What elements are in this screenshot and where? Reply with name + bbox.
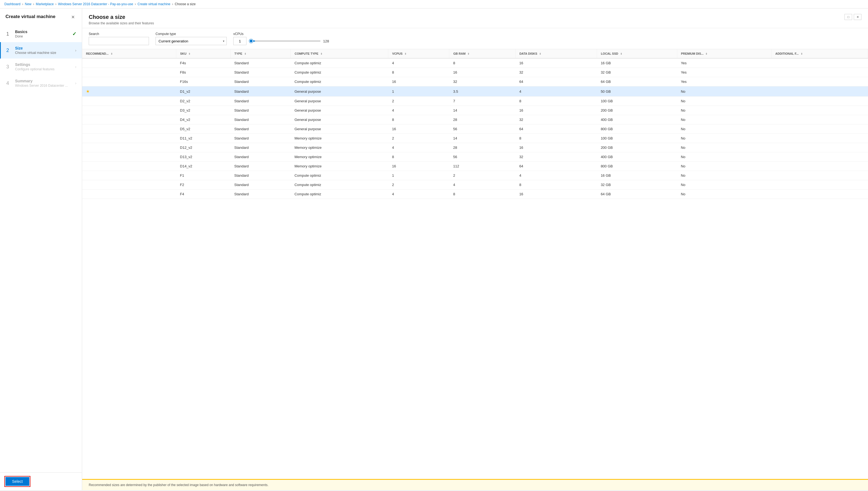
close-button[interactable]: ✕ bbox=[854, 14, 862, 20]
table-row[interactable]: D13_v2StandardMemory optimize85632400 GB… bbox=[82, 152, 868, 162]
close-panel-button[interactable]: ✕ bbox=[70, 14, 76, 20]
cell-premium-disk: Yes bbox=[677, 68, 771, 77]
breadcrumb-product[interactable]: Windows Server 2016 Datacenter - Pay-as-… bbox=[58, 2, 133, 6]
cell-premium-disk: No bbox=[677, 152, 771, 162]
cell-local-ssd: 100 GB bbox=[597, 96, 677, 106]
table-row[interactable]: D5_v2StandardGeneral purpose165664800 GB… bbox=[82, 124, 868, 134]
cell-recommended bbox=[82, 162, 176, 171]
cell-vcpus: 16 bbox=[388, 124, 449, 134]
cell-type: Standard bbox=[230, 190, 291, 199]
cell-premium-disk: No bbox=[677, 162, 771, 171]
cell-premium-disk: Yes bbox=[677, 58, 771, 68]
step-2-content: Size Choose virtual machine size bbox=[15, 46, 71, 55]
vcpu-max-label: 128 bbox=[323, 39, 329, 43]
breadcrumb-dashboard[interactable]: Dashboard bbox=[4, 2, 21, 6]
step-1-desc: Done bbox=[15, 34, 69, 38]
step-4-chevron: › bbox=[75, 81, 76, 85]
col-local-ssd[interactable]: LOCAL SSD ⇕ bbox=[597, 49, 677, 58]
cell-recommended bbox=[82, 58, 176, 68]
vcpu-min-input[interactable]: 1 bbox=[233, 37, 246, 45]
footer-note-text: Recommended sizes are determined by the … bbox=[89, 483, 268, 487]
table-row[interactable]: F16sStandardCompute optimiz16326464 GBYe… bbox=[82, 77, 868, 86]
cell-type: Standard bbox=[230, 162, 291, 171]
table-row[interactable]: D2_v2StandardGeneral purpose278100 GBNo bbox=[82, 96, 868, 106]
cell-compute-type: Memory optimize bbox=[291, 162, 388, 171]
cell-gb-ram: 56 bbox=[449, 152, 515, 162]
search-input[interactable] bbox=[89, 37, 149, 45]
table-header-row: RECOMMEND... ⇕ SKU ⇕ TYPE ⇕ COMPUTE TYPE… bbox=[82, 49, 868, 58]
steps-list: 1 Basics Done ✓ 2 Size Choose virtual ma… bbox=[0, 23, 82, 472]
vcpu-slider[interactable] bbox=[249, 40, 320, 41]
compute-type-select[interactable]: All Current generation Previous generati… bbox=[156, 37, 227, 45]
table-container[interactable]: RECOMMEND... ⇕ SKU ⇕ TYPE ⇕ COMPUTE TYPE… bbox=[82, 49, 868, 479]
cell-data-disks: 16 bbox=[515, 106, 597, 115]
breadcrumb-marketplace[interactable]: Marketplace bbox=[36, 2, 54, 6]
step-2[interactable]: 2 Size Choose virtual machine size › bbox=[0, 42, 82, 59]
table-row[interactable]: F8sStandardCompute optimiz8163232 GBYes bbox=[82, 68, 868, 77]
step-3[interactable]: 3 Settings Configure optional features › bbox=[0, 59, 82, 75]
cell-vcpus: 4 bbox=[388, 143, 449, 152]
col-sku[interactable]: SKU ⇕ bbox=[176, 49, 230, 58]
compute-type-select-wrapper: All Current generation Previous generati… bbox=[156, 37, 227, 45]
table-row[interactable]: F1StandardCompute optimiz12416 GBNo bbox=[82, 171, 868, 180]
cell-vcpus: 8 bbox=[388, 152, 449, 162]
cell-local-ssd: 400 GB bbox=[597, 152, 677, 162]
cell-gb-ram: 2 bbox=[449, 171, 515, 180]
right-panel-subtitle: Browse the available sizes and their fea… bbox=[89, 21, 154, 25]
col-type[interactable]: TYPE ⇕ bbox=[230, 49, 291, 58]
cell-premium-disk: No bbox=[677, 180, 771, 190]
step-1[interactable]: 1 Basics Done ✓ bbox=[0, 26, 82, 42]
cell-sku: F2 bbox=[176, 180, 230, 190]
col-additional[interactable]: ADDITIONAL F... ⇕ bbox=[771, 49, 868, 58]
cell-additional bbox=[771, 124, 868, 134]
select-button[interactable]: Select bbox=[5, 477, 29, 486]
cell-premium-disk: No bbox=[677, 134, 771, 143]
table-row[interactable]: F4sStandardCompute optimiz481616 GBYes bbox=[82, 58, 868, 68]
minimize-button[interactable]: □ bbox=[844, 14, 852, 20]
cell-local-ssd: 200 GB bbox=[597, 106, 677, 115]
col-data-disks[interactable]: DATA DISKS ⇕ bbox=[515, 49, 597, 58]
breadcrumb-sep-1: › bbox=[22, 2, 23, 6]
cell-additional bbox=[771, 143, 868, 152]
cell-local-ssd: 200 GB bbox=[597, 143, 677, 152]
step-4[interactable]: 4 Summary Windows Server 2016 Datacenter… bbox=[0, 75, 82, 91]
table-row[interactable]: F2StandardCompute optimiz24832 GBNo bbox=[82, 180, 868, 190]
col-premium-disk[interactable]: PREMIUM DIS... ⇕ bbox=[677, 49, 771, 58]
window-controls: □ ✕ bbox=[844, 14, 862, 20]
col-gb-ram[interactable]: GB RAM ⇕ bbox=[449, 49, 515, 58]
cell-premium-disk: Yes bbox=[677, 77, 771, 86]
table-row[interactable]: D11_v2StandardMemory optimize2148100 GBN… bbox=[82, 134, 868, 143]
cell-data-disks: 16 bbox=[515, 143, 597, 152]
breadcrumb-new[interactable]: New bbox=[25, 2, 31, 6]
table-row[interactable]: D3_v2StandardGeneral purpose41416200 GBN… bbox=[82, 106, 868, 115]
table-row[interactable]: D14_v2StandardMemory optimize1611264800 … bbox=[82, 162, 868, 171]
step-4-name: Summary bbox=[15, 79, 71, 83]
table-row[interactable]: D12_v2StandardMemory optimize42816200 GB… bbox=[82, 143, 868, 152]
cell-local-ssd: 800 GB bbox=[597, 124, 677, 134]
cell-recommended bbox=[82, 143, 176, 152]
cell-recommended bbox=[82, 106, 176, 115]
breadcrumb-create-vm[interactable]: Create virtual machine bbox=[137, 2, 170, 6]
breadcrumb-current: Choose a size bbox=[175, 2, 195, 6]
cell-data-disks: 64 bbox=[515, 77, 597, 86]
step-1-number: 1 bbox=[6, 31, 11, 37]
cell-additional bbox=[771, 68, 868, 77]
cell-type: Standard bbox=[230, 180, 291, 190]
cell-data-disks: 4 bbox=[515, 86, 597, 96]
table-row[interactable]: D4_v2StandardGeneral purpose82832400 GBN… bbox=[82, 115, 868, 124]
cell-vcpus: 2 bbox=[388, 180, 449, 190]
step-3-number: 3 bbox=[6, 64, 11, 70]
col-vcpus[interactable]: VCPUS ⇕ bbox=[388, 49, 449, 58]
cell-recommended bbox=[82, 68, 176, 77]
col-compute-type[interactable]: COMPUTE TYPE ⇕ bbox=[291, 49, 388, 58]
compute-type-group: Compute type All Current generation Prev… bbox=[156, 32, 227, 45]
table-row[interactable]: F4StandardCompute optimiz481664 GBNo bbox=[82, 190, 868, 199]
cell-data-disks: 8 bbox=[515, 180, 597, 190]
cell-recommended bbox=[82, 134, 176, 143]
cell-additional bbox=[771, 152, 868, 162]
step-4-desc: Windows Server 2016 Datacenter ... bbox=[15, 84, 71, 88]
cell-gb-ram: 56 bbox=[449, 124, 515, 134]
col-recommended[interactable]: RECOMMEND... ⇕ bbox=[82, 49, 176, 58]
cell-type: Standard bbox=[230, 86, 291, 96]
table-row[interactable]: ★D1_v2StandardGeneral purpose13.5450 GBN… bbox=[82, 86, 868, 96]
